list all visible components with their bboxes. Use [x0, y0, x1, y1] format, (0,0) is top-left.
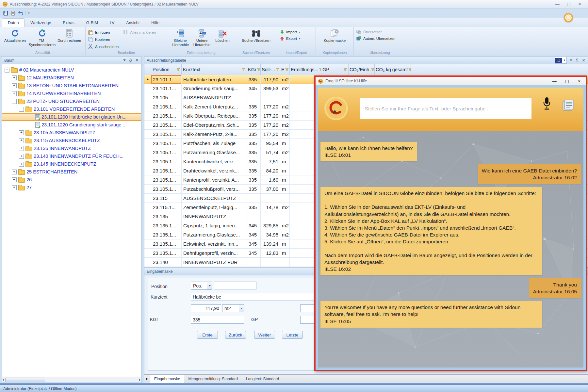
- kopiermaske-button[interactable]: Kopiermaske: [319, 28, 351, 50]
- uebersetzer-button[interactable]: Übersetzer: [356, 30, 395, 34]
- tree-item[interactable]: 25 ESTRICHARBEITEN: [2, 168, 141, 176]
- menge-input[interactable]: [191, 304, 221, 312]
- tab-mengenermittlung[interactable]: Mengenermittlung: Standard: [184, 375, 242, 383]
- tm-synchronisieren-button[interactable]: TM-Synchronisieren: [28, 28, 56, 50]
- expander-icon[interactable]: [19, 107, 24, 112]
- position-input[interactable]: [214, 282, 256, 289]
- filter-icon[interactable]: [257, 68, 261, 71]
- pin-icon[interactable]: [129, 58, 132, 62]
- expander-icon[interactable]: [19, 154, 24, 159]
- ausschneiden-button[interactable]: Ausschneiden: [88, 44, 119, 49]
- expander-icon[interactable]: [12, 83, 17, 88]
- minimize-button[interactable]: —: [555, 2, 560, 7]
- expander-icon[interactable]: [19, 162, 24, 167]
- chevron-down-icon[interactable]: [207, 282, 212, 289]
- column-header-kgr[interactable]: KGr: [247, 64, 261, 75]
- tree-item[interactable]: 23.135 INNENWANDPUTZ: [2, 144, 141, 152]
- save-icon[interactable]: [3, 11, 8, 16]
- tree-horizontal-scrollbar[interactable]: [2, 377, 141, 383]
- autom-uebersetzen-button[interactable]: Autom. Übersetzen: [356, 36, 395, 41]
- erste-button[interactable]: Erste: [197, 331, 218, 339]
- tree-item[interactable]: 23.115 AUSSENSOCKELPUTZ: [2, 137, 141, 144]
- expander-icon[interactable]: [12, 170, 17, 174]
- expander-icon[interactable]: [12, 99, 17, 104]
- position-type-dropdown[interactable]: Pos.: [191, 282, 212, 290]
- transcript-icon[interactable]: [562, 99, 575, 111]
- close-button[interactable]: ✕: [578, 2, 581, 7]
- scroll-right-icon[interactable]: [139, 379, 140, 381]
- close-panel-icon[interactable]: ✕: [582, 58, 585, 62]
- tree-item[interactable]: 23.101.1220 Grundierung stark sauge...: [2, 121, 141, 129]
- column-header-soll[interactable]: Soll-...: [261, 64, 280, 75]
- export-button[interactable]: Export▾: [280, 36, 300, 41]
- tree-item[interactable]: 26: [2, 176, 141, 184]
- microphone-icon[interactable]: [543, 97, 551, 111]
- filter-icon[interactable]: [176, 68, 180, 71]
- tree-item[interactable]: 23.145 INNENDECKENPUTZ: [2, 160, 141, 168]
- scroll-left-icon[interactable]: [3, 379, 4, 381]
- menu-tab-extras[interactable]: Extras: [57, 18, 80, 27]
- chat-minimize-button[interactable]: —: [552, 79, 557, 84]
- tab-scroll-arrow-icon[interactable]: [146, 378, 148, 380]
- tab-langtext[interactable]: Langtext: Standard: [242, 375, 283, 383]
- column-header-co2-einh[interactable]: CO₂/Einh.: [349, 64, 375, 75]
- filter-icon[interactable]: [285, 68, 289, 71]
- tree-item[interactable]: 23.101 VORBEREITENDE ARBEITEN: [2, 105, 141, 113]
- maximize-button[interactable]: ▢: [567, 2, 571, 7]
- filter-icon[interactable]: [371, 68, 375, 71]
- chevron-down-icon[interactable]: [570, 59, 572, 61]
- durchrechnen-button[interactable]: Durchrechnen: [57, 28, 82, 50]
- tab-eingabemaske[interactable]: Eingabemaske: [150, 375, 184, 383]
- tree-item[interactable]: # 02 Mauerarbeiten NULV: [2, 66, 141, 74]
- expander-icon[interactable]: [12, 75, 17, 80]
- filter-icon[interactable]: [408, 68, 411, 71]
- expander-icon[interactable]: [5, 68, 9, 73]
- chat-maximize-button[interactable]: ▢: [565, 79, 569, 84]
- menu-tab-gbim[interactable]: G-BIM: [80, 18, 104, 27]
- column-header-position[interactable]: Position: [151, 64, 182, 75]
- tree-item[interactable]: 13 BETON- UND STAHLBETONARBEITEN: [2, 82, 141, 90]
- expander-icon[interactable]: [19, 138, 24, 143]
- column-header-einheit[interactable]: E: [280, 64, 290, 75]
- aktualisieren-button[interactable]: Aktualisieren: [3, 28, 27, 50]
- tree-item[interactable]: 14 NATURWERKSTEINARBEITEN: [2, 90, 141, 97]
- undo-icon[interactable]: [18, 11, 23, 15]
- column-header-gp[interactable]: GP: [321, 64, 349, 75]
- einheit-dropdown[interactable]: m2: [222, 304, 244, 312]
- tree-item[interactable]: 12 MAUERARBEITEN: [2, 74, 141, 82]
- menu-tab-lv[interactable]: LV: [104, 18, 120, 27]
- untere-hierarchie-button[interactable]: Untere Hierarchie: [191, 28, 212, 50]
- language-selector[interactable]: ▼: [555, 57, 567, 64]
- suchen-ersetzen-button[interactable]: Suchen/Ersetzen: [238, 28, 274, 50]
- expander-icon[interactable]: [12, 91, 17, 96]
- pin-icon[interactable]: [575, 58, 579, 62]
- menu-tab-werkzeuge[interactable]: Werkzeuge: [24, 18, 57, 27]
- kgr-input[interactable]: [191, 316, 244, 324]
- import-button[interactable]: Import▾: [280, 30, 300, 34]
- close-panel-icon[interactable]: ✕: [135, 58, 139, 62]
- letzte-button[interactable]: Letzte: [282, 331, 303, 339]
- tree-item[interactable]: 23 PUTZ- UND STUCKARBEITEN: [2, 97, 141, 105]
- menu-tab-daten[interactable]: Daten: [2, 18, 24, 27]
- filter-icon[interactable]: [276, 68, 279, 71]
- zurueck-button[interactable]: Zurück: [225, 331, 246, 339]
- panel-splitter[interactable]: [141, 56, 144, 383]
- tree-item[interactable]: 23.105 AUSSENWANDPUTZ: [2, 129, 141, 137]
- weiter-button[interactable]: Weiter: [254, 331, 275, 339]
- kopieren-button[interactable]: Kopieren: [88, 37, 119, 42]
- menu-tab-ansicht[interactable]: Ansicht: [120, 18, 145, 27]
- column-header-co2-gesamt[interactable]: CO₂ kg gesamt: [375, 64, 411, 75]
- einfuegen-button[interactable]: Einfügen: [88, 30, 119, 35]
- scrollbar-thumb[interactable]: [5, 378, 45, 382]
- filter-icon[interactable]: [343, 68, 347, 71]
- tree-item[interactable]: 23.140 INNENWANDPUTZ FÜR FEUCH...: [2, 152, 141, 160]
- expander-icon[interactable]: [19, 146, 24, 151]
- chat-question-input[interactable]: [360, 98, 531, 119]
- loeschen-button[interactable]: Löschen: [213, 28, 232, 50]
- chevron-down-icon[interactable]: [123, 59, 126, 61]
- expander-icon[interactable]: [19, 130, 24, 135]
- print-icon[interactable]: [10, 11, 16, 16]
- filter-icon[interactable]: [242, 68, 245, 71]
- chevron-down-icon[interactable]: [239, 305, 244, 312]
- expander-icon[interactable]: [12, 177, 17, 182]
